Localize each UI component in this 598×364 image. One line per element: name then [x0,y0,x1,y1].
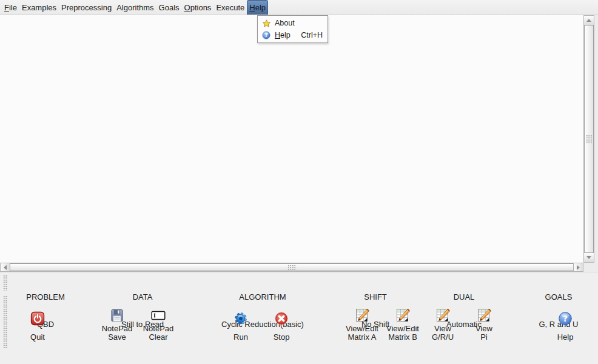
menu-options[interactable]: Options [182,0,214,15]
stop-icon [274,311,289,326]
menu-item-about-label: About [275,19,295,27]
status-title: DATA [121,292,164,302]
scroll-right-button[interactable] [573,263,583,271]
bottom-panel: PROBLEM QBD DATA Still to Read ALGORITHM… [0,272,598,364]
power-icon [30,311,45,326]
svg-text:?: ? [563,314,568,323]
star-icon [261,19,271,27]
menu-item-help-shortcut: Ctrl+H [295,31,323,39]
menu-examples-label: Examples [22,3,56,12]
status-title: GOALS [539,292,578,302]
menu-help-label-rest: elp [255,3,266,12]
label-line2: Quit [30,333,45,342]
scroll-up-button[interactable] [584,16,594,25]
scroll-left-button[interactable] [1,263,10,271]
scrollbar-corner [583,263,594,272]
menu-preprocessing-label: Preprocessing [61,3,112,12]
menu-execute-label: Execute [216,3,244,12]
run-button[interactable]: Run [219,308,263,341]
view-edit-matrix-b-button[interactable]: View/EditMatrix B [381,308,425,341]
menu-item-help[interactable]: ? Help Ctrl+H [258,29,328,41]
gear-icon [233,311,248,326]
view-gru-button[interactable]: ViewG/R/U [421,308,465,341]
floppy-disk-icon [110,308,124,323]
menu-item-about[interactable]: About [258,17,328,29]
menu-algorithms-label: Algorithms [116,3,153,12]
textfield-icon [151,308,166,323]
menu-options-mnemonic: O [184,3,190,12]
horizontal-scrollbar-thumb[interactable] [10,263,574,271]
label-line2: G/R/U [432,333,454,342]
window-right-margin [594,15,598,272]
label-line2: Save [108,333,126,342]
arrow-right-icon [577,265,580,270]
menu-file-label-rest: ile [9,3,17,12]
menu-goals-label: Goals [159,3,180,12]
vertical-scrollbar-thumb[interactable] [584,25,594,253]
label-line1: View/Edit [346,325,378,333]
menu-goals[interactable]: Goals [156,0,182,15]
vertical-scrollbar[interactable] [583,15,594,263]
status-toolbar-drag-handle[interactable] [3,275,8,291]
help-dropdown-menu: About ? Help Ctrl+H [257,15,328,43]
toolbar-button-label: View/EditMatrix A [346,325,378,341]
menu-preprocessing[interactable]: Preprocessing [59,0,114,15]
label-line1: View [434,325,451,333]
toolbar-button-label: Help [557,328,574,341]
thumb-grip-icon [287,265,297,270]
label-line1: NotePad [143,325,174,333]
toolbar-button-label: NotePadSave [102,325,133,341]
matrix-edit-icon [395,308,410,323]
help-button[interactable]: ? Help [543,308,587,341]
notepad-clear-button[interactable]: NotePadClear [136,308,180,341]
menu-help-mnemonic: H [249,3,255,12]
horizontal-scrollbar[interactable] [0,263,583,272]
label-line2: Matrix B [388,333,417,342]
arrow-down-icon [586,256,591,259]
thumb-grip-icon [586,135,593,144]
help-circle-icon: ? [261,31,271,39]
scroll-down-button[interactable] [584,252,594,262]
notepad-save-button[interactable]: NotePadSave [95,308,139,341]
menu-bar: File Examples Preprocessing Algorithms G… [0,0,598,15]
arrow-left-icon [4,265,7,270]
toolbar-button-label: ViewPi [475,325,492,341]
menu-execute[interactable]: Execute [213,0,247,15]
menu-help[interactable]: Help [247,0,268,15]
matrix-edit-icon [435,308,450,323]
label-line2: Pi [480,333,488,342]
notepad-area[interactable] [0,15,583,263]
matrix-edit-icon [355,308,369,323]
toolbar-button-label: Quit [30,328,45,341]
status-title: PROBLEM [26,292,65,302]
toolbar-button-label: Run [233,328,248,341]
menu-algorithms[interactable]: Algorithms [114,0,156,15]
status-title: DUAL [446,292,482,302]
toolbar-button-label: ViewG/R/U [432,325,454,341]
menu-file-mnemonic: F [4,3,9,12]
label-line1: View/Edit [386,325,419,333]
view-pi-button[interactable]: ViewPi [462,308,506,341]
stop-button[interactable]: Stop [260,308,303,341]
toolbar-button-label: NotePadClear [143,325,174,341]
label-line2: Matrix A [348,333,377,342]
status-title: ALGORITHM [221,292,304,302]
toolbar-button-label: View/EditMatrix B [386,325,419,341]
matrix-edit-icon [477,308,491,323]
label-line2: Help [557,333,574,342]
quit-button[interactable]: Quit [16,308,59,341]
view-edit-matrix-a-button[interactable]: View/EditMatrix A [340,308,384,341]
svg-text:?: ? [264,32,267,38]
menu-examples[interactable]: Examples [19,0,59,15]
menu-file[interactable]: File [2,0,19,15]
menu-options-label-rest: ptions [190,3,212,12]
label-line1: View [475,325,492,333]
button-toolbar-drag-handle[interactable] [3,295,8,349]
toolbar-button-label: Stop [274,328,290,341]
arrow-up-icon [586,19,591,22]
label-line2: Clear [149,333,167,342]
status-title: SHIFT [361,292,389,302]
menu-item-help-mnemonic: H [275,31,280,39]
label-line2: Run [233,333,248,342]
help-icon: ? [558,311,573,326]
